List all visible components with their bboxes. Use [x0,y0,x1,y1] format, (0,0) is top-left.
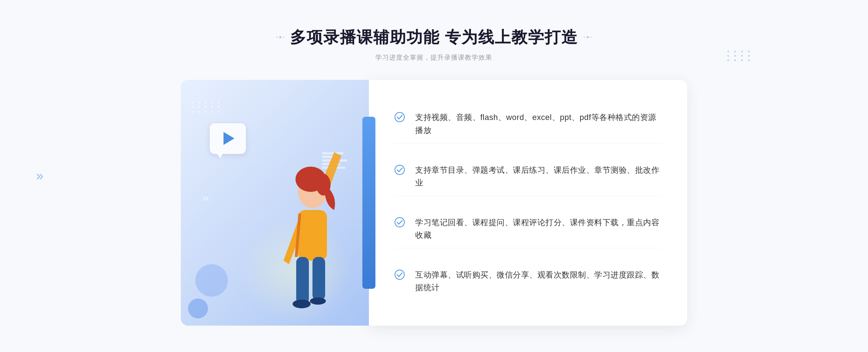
deco-circle-small [188,299,208,318]
svg-point-11 [395,218,404,227]
title-decorator-right [584,36,592,38]
title-text: 多项录播课辅助功能 专为线上教学打造 [290,27,578,48]
svg-point-12 [395,270,404,279]
feature-item-2: 支持章节目录、弹题考试、课后练习、课后作业、章节测验、批改作业 [394,157,662,196]
inner-chevron: » [203,192,209,204]
feature-text-1: 支持视频、音频、flash、word、excel、ppt、pdf等各种格式的资源… [415,111,662,136]
feature-text-4: 互动弹幕、试听购买、微信分享、观看次数限制、学习进度跟踪、数据统计 [415,269,662,294]
dot-pattern-right [727,51,752,61]
feature-item-3: 学习笔记回看、课程提问、课程评论打分、课件资料下载，重点内容收藏 [394,210,662,248]
check-icon-1 [394,112,405,123]
left-chevron-decoration: » [36,168,43,184]
check-icon-4 [394,269,405,280]
play-bubble [210,123,246,154]
check-icon-2 [394,164,405,175]
feature-text-2: 支持章节目录、弹题考试、课后练习、课后作业、章节测验、批改作业 [415,164,662,189]
blue-vertical-bar [362,117,375,289]
page-container: » 多项录播课辅助功能 专为线上教学打造 学习进度全掌握，提升录播课教学效果 [0,0,868,352]
illustration-dot-grid [192,102,221,113]
svg-rect-4 [296,257,309,304]
title-decorator-left [276,36,284,38]
play-icon [224,132,234,145]
feature-item-4: 互动弹幕、试听购买、微信分享、观看次数限制、学习进度跟踪、数据统计 [394,262,662,300]
svg-rect-5 [312,257,325,300]
subtitle-text: 学习进度全掌握，提升录播课教学效果 [276,53,592,62]
svg-point-7 [310,297,326,305]
main-content: » [181,80,687,326]
page-title: 多项录播课辅助功能 专为线上教学打造 [276,27,592,48]
person-illustration [255,123,356,326]
feature-text-3: 学习笔记回看、课程提问、课程评论打分、课件资料下载，重点内容收藏 [415,216,662,241]
svg-point-10 [395,165,404,175]
check-icon-3 [394,217,405,228]
deco-circle-large [195,264,228,297]
features-area: 支持视频、音频、flash、word、excel、ppt、pdf等各种格式的资源… [369,80,687,326]
illustration-area: » [181,80,369,326]
header-section: 多项录播课辅助功能 专为线上教学打造 学习进度全掌握，提升录播课教学效果 [276,27,592,62]
feature-item-1: 支持视频、音频、flash、word、excel、ppt、pdf等各种格式的资源… [394,104,662,143]
svg-point-6 [293,300,311,308]
svg-point-9 [395,112,404,122]
svg-rect-0 [298,210,327,261]
